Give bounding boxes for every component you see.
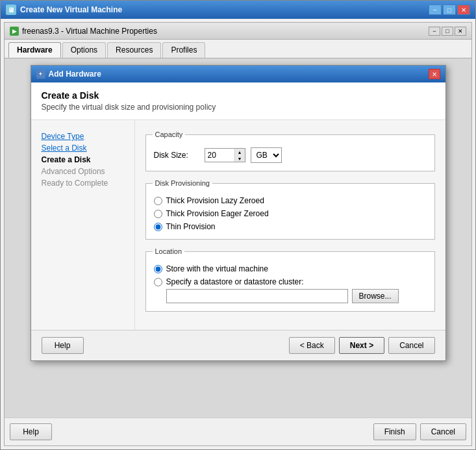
browse-btn[interactable]: Browse... — [352, 289, 399, 303]
inner-maximize-btn[interactable]: □ — [442, 27, 453, 36]
spinner-down-btn[interactable]: ▼ — [235, 155, 245, 162]
nav-create-disk: Create a Disk — [42, 154, 124, 166]
modal-back-btn[interactable]: < Back — [289, 337, 335, 354]
modal-header-title: Create a Disk — [42, 90, 435, 101]
modal-close-btn[interactable]: ✕ — [429, 69, 440, 79]
radio-thin-input[interactable] — [154, 223, 162, 231]
capacity-legend: Capacity — [153, 131, 186, 138]
radio-store-with-vm-input[interactable] — [154, 265, 162, 273]
disk-size-label: Disk Size: — [154, 151, 199, 160]
add-hardware-dialog: + Add Hardware ✕ Create a Disk Specify t… — [31, 65, 446, 361]
nav-device-type[interactable]: Device Type — [42, 131, 124, 142]
vm-properties-window: ▶ freenas9.3 - Virtual Machine Propertie… — [4, 22, 472, 446]
outer-window: 🖥 Create New Virtual Machine − □ ✕ ▶ fre… — [0, 0, 476, 450]
radio-specify[interactable]: Specify a datastore or datastore cluster… — [154, 277, 399, 303]
inner-close-btn[interactable]: ✕ — [455, 27, 466, 36]
modal-right-content: Capacity Disk Size: ▲ ▼ — [135, 120, 445, 330]
disk-unit-select[interactable]: GB KB MB TB — [251, 147, 282, 163]
tab-options[interactable]: Options — [62, 42, 106, 58]
nav-ready-to-complete: Ready to Complete — [42, 177, 124, 189]
finish-btn[interactable]: Finish — [373, 423, 416, 440]
radio-thick-eager[interactable]: Thick Provision Eager Zeroed — [154, 209, 427, 218]
modal-nav: Device Type Select a Disk Create a Disk … — [31, 120, 135, 330]
outer-minimize-btn[interactable]: − — [429, 5, 442, 15]
modal-title: Add Hardware — [49, 69, 101, 79]
disk-size-input-wrapper: ▲ ▼ — [205, 148, 245, 162]
inner-window-title: freenas9.3 - Virtual Machine Properties — [22, 27, 157, 36]
radio-store-with-vm[interactable]: Store with the virtual machine — [154, 264, 268, 273]
modal-title-bar: + Add Hardware ✕ — [31, 66, 445, 82]
spinner-btns: ▲ ▼ — [234, 149, 245, 162]
nav-advanced-options: Advanced Options — [42, 166, 124, 177]
radio-thick-eager-input[interactable] — [154, 210, 162, 218]
capacity-row: Disk Size: ▲ ▼ G — [154, 147, 427, 163]
radio-thin[interactable]: Thin Provision — [154, 222, 427, 231]
vm-icon: ▶ — [10, 27, 19, 36]
tab-resources[interactable]: Resources — [107, 42, 161, 58]
provisioning-radio-group: Thick Provision Lazy Zeroed Thick Provis… — [154, 196, 427, 231]
datastore-input[interactable] — [166, 289, 348, 303]
provisioning-group: Disk Provisioning Thick Provision Lazy Z… — [145, 179, 435, 240]
outer-window-controls: − □ ✕ — [429, 5, 470, 15]
radio-thick-eager-label: Thick Provision Eager Zeroed — [166, 209, 269, 218]
location-row: Store with the virtual machine — [154, 264, 427, 273]
radio-thick-lazy-input[interactable] — [154, 197, 162, 205]
outer-title-bar: 🖥 Create New Virtual Machine − □ ✕ — [1, 1, 475, 19]
modal-next-btn[interactable]: Next > — [339, 337, 384, 354]
main-content: + Add Hardware ✕ Create a Disk Specify t… — [5, 58, 471, 418]
inner-title-bar: ▶ freenas9.3 - Virtual Machine Propertie… — [5, 23, 471, 40]
outer-close-btn[interactable]: ✕ — [457, 5, 470, 15]
modal-body: Device Type Select a Disk Create a Disk … — [31, 120, 445, 330]
tab-hardware[interactable]: Hardware — [8, 42, 61, 58]
inner-help-btn[interactable]: Help — [10, 423, 52, 440]
inner-cancel-btn[interactable]: Cancel — [420, 423, 466, 440]
provisioning-legend: Disk Provisioning — [153, 179, 212, 187]
inner-buttons: Help Finish Cancel — [5, 418, 471, 445]
modal-cancel-btn[interactable]: Cancel — [388, 337, 434, 354]
tab-profiles[interactable]: Profiles — [162, 42, 205, 58]
radio-specify-input[interactable] — [154, 278, 162, 286]
nav-select-disk[interactable]: Select a Disk — [42, 142, 124, 154]
outer-maximize-btn[interactable]: □ — [443, 5, 456, 15]
radio-thick-lazy[interactable]: Thick Provision Lazy Zeroed — [154, 196, 427, 205]
radio-store-with-vm-label: Store with the virtual machine — [166, 264, 268, 273]
radio-thin-label: Thin Provision — [166, 222, 216, 231]
location-legend: Location — [153, 247, 185, 255]
modal-header-subtitle: Specify the virtual disk size and provis… — [42, 103, 435, 112]
modal-buttons: Help < Back Next > Cancel — [31, 330, 445, 360]
modal-help-btn[interactable]: Help — [42, 337, 84, 354]
location-group: Location Store with the virtual machine — [145, 247, 435, 312]
disk-size-input[interactable] — [205, 149, 234, 162]
radio-thick-lazy-label: Thick Provision Lazy Zeroed — [166, 196, 264, 205]
capacity-group: Capacity Disk Size: ▲ ▼ — [145, 131, 435, 171]
modal-header: Create a Disk Specify the virtual disk s… — [31, 82, 445, 120]
tab-bar: Hardware Options Resources Profiles — [5, 40, 471, 58]
app-icon: 🖥 — [6, 5, 16, 15]
specify-row: Specify a datastore or datastore cluster… — [154, 277, 427, 303]
inner-window-controls: − □ ✕ — [429, 27, 466, 36]
radio-specify-label: Specify a datastore or datastore cluster… — [166, 277, 304, 286]
inner-minimize-btn[interactable]: − — [429, 27, 440, 36]
outer-window-title: Create New Virtual Machine — [20, 5, 122, 14]
spinner-up-btn[interactable]: ▲ — [235, 149, 245, 155]
modal-overlay: + Add Hardware ✕ Create a Disk Specify t… — [5, 58, 471, 418]
add-hardware-icon: + — [36, 69, 45, 79]
